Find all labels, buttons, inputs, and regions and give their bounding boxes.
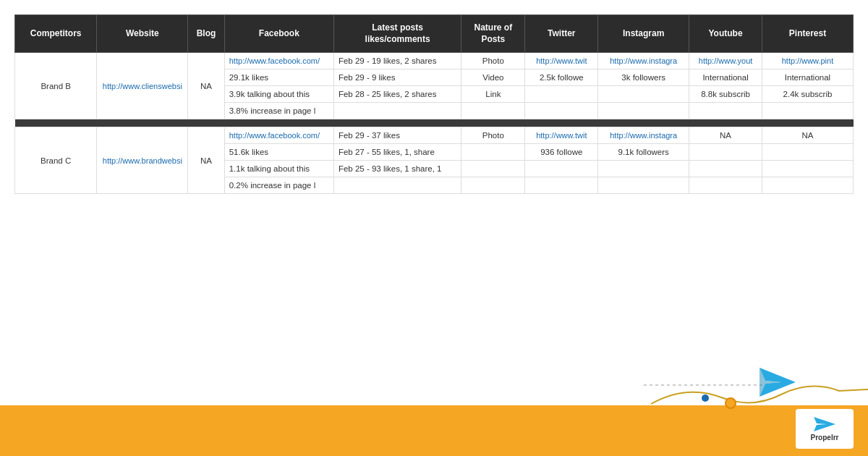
col-header-youtube: Youtube	[689, 15, 762, 53]
brand-b-youtube-3: 8.8k subscrib	[689, 86, 762, 103]
brand-b-fb-4: 3.8% increase in page l	[224, 103, 333, 119]
brand-c-nature-2	[461, 144, 525, 161]
brand-b-twitter-3	[525, 86, 598, 103]
col-header-twitter: Twitter	[525, 15, 598, 53]
brand-c-pinterest-1: NA	[762, 127, 853, 144]
brand-b-website: http://www.clienswebsi	[97, 53, 188, 119]
brand-c-latest-3: Feb 25 - 93 likes, 1 share, 1	[333, 161, 461, 177]
table-row: Brand B http://www.clienswebsi NA http:/…	[15, 53, 854, 69]
blue-dot-decoration	[702, 394, 709, 402]
svg-marker-3	[814, 417, 835, 431]
brand-c-pinterest-4	[762, 177, 853, 194]
bottom-bar	[0, 405, 868, 456]
brand-c-youtube-3	[689, 161, 762, 177]
brand-b-youtube-2: International	[689, 69, 762, 86]
logo-icon	[814, 417, 835, 431]
brand-b-nature-3: Link	[461, 86, 525, 103]
brand-b-pinterest-2: International	[762, 69, 853, 86]
brand-b-youtube-4	[689, 103, 762, 119]
brand-b-name: Brand B	[15, 53, 97, 119]
brand-c-latest-2: Feb 27 - 55 likes, 1, share	[333, 144, 461, 161]
brand-c-instagram-3	[598, 161, 689, 177]
col-header-facebook: Facebook	[224, 15, 333, 53]
brand-b-pinterest-1: http://www.pint	[762, 53, 853, 69]
col-header-latest-posts: Latest posts likes/comments	[333, 15, 461, 53]
brand-c-latest-1: Feb 29 - 37 likes	[333, 127, 461, 144]
brand-b-fb-2: 29.1k likes	[224, 69, 333, 86]
brand-b-twitter-4	[525, 103, 598, 119]
brand-c-youtube-1: NA	[689, 127, 762, 144]
brand-c-blog: NA	[188, 127, 224, 194]
brand-c-nature-1: Photo	[461, 127, 525, 144]
brand-c-twitter-2: 936 followe	[525, 144, 598, 161]
brand-b-fb-1: http://www.facebook.com/	[224, 53, 333, 69]
brand-b-nature-2: Video	[461, 69, 525, 86]
table-wrapper: Competitors Website Blog Facebook Latest…	[0, 0, 868, 201]
brand-c-name: Brand C	[15, 127, 97, 194]
main-container: Competitors Website Blog Facebook Latest…	[0, 0, 868, 456]
brand-c-twitter-3	[525, 161, 598, 177]
col-header-competitors: Competitors	[15, 15, 97, 53]
competitor-table: Competitors Website Blog Facebook Latest…	[14, 14, 854, 194]
brand-b-latest-2: Feb 29 - 9 likes	[333, 69, 461, 86]
brand-c-youtube-2	[689, 144, 762, 161]
brand-b-instagram-1: http://www.instagra	[598, 53, 689, 69]
brand-b-instagram-4	[598, 103, 689, 119]
brand-c-twitter-4	[525, 177, 598, 194]
brand-c-fb-1: http://www.facebook.com/	[224, 127, 333, 144]
col-header-instagram: Instagram	[598, 15, 689, 53]
col-header-website: Website	[97, 15, 188, 53]
brand-b-instagram-2: 3k followers	[598, 69, 689, 86]
brand-b-youtube-1: http://www.yout	[689, 53, 762, 69]
brand-b-latest-4	[333, 103, 461, 119]
brand-b-nature-4	[461, 103, 525, 119]
brand-b-instagram-3	[598, 86, 689, 103]
brand-b-latest-1: Feb 29 - 19 likes, 2 shares	[333, 53, 461, 69]
logo-box: Propelrr	[796, 409, 854, 449]
brand-c-pinterest-3	[762, 161, 853, 177]
brand-c-instagram-4	[598, 177, 689, 194]
brand-b-fb-3: 3.9k talking about this	[224, 86, 333, 103]
paper-plane-icon	[760, 368, 796, 397]
brand-c-latest-4	[333, 177, 461, 194]
brand-b-blog: NA	[188, 53, 224, 119]
brand-b-twitter-2: 2.5k followe	[525, 69, 598, 86]
brand-c-instagram-1: http://www.instagra	[598, 127, 689, 144]
orange-circle-decoration	[725, 397, 736, 409]
brand-c-fb-3: 1.1k talking about this	[224, 161, 333, 177]
brand-b-nature-1: Photo	[461, 53, 525, 69]
brand-c-nature-3	[461, 161, 525, 177]
brand-c-twitter-1: http://www.twit	[525, 127, 598, 144]
col-header-pinterest: Pinterest	[762, 15, 853, 53]
brand-b-pinterest-4	[762, 103, 853, 119]
table-header-row: Competitors Website Blog Facebook Latest…	[15, 15, 854, 53]
brand-b-pinterest-3: 2.4k subscrib	[762, 86, 853, 103]
brand-c-pinterest-2	[762, 144, 853, 161]
brand-c-instagram-2: 9.1k followers	[598, 144, 689, 161]
col-header-nature: Nature of Posts	[461, 15, 525, 53]
brand-c-youtube-4	[689, 177, 762, 194]
col-header-blog: Blog	[188, 15, 224, 53]
brand-c-website: http://www.brandwebsi	[97, 127, 188, 194]
brand-b-twitter-1: http://www.twit	[525, 53, 598, 69]
table-row: Brand C http://www.brandwebsi NA http://…	[15, 127, 854, 144]
brand-c-fb-2: 51.6k likes	[224, 144, 333, 161]
separator-row	[15, 119, 854, 127]
logo-text: Propelrr	[811, 434, 839, 442]
brand-c-nature-4	[461, 177, 525, 194]
brand-b-latest-3: Feb 28 - 25 likes, 2 shares	[333, 86, 461, 103]
brand-c-fb-4: 0.2% increase in page l	[224, 177, 333, 194]
